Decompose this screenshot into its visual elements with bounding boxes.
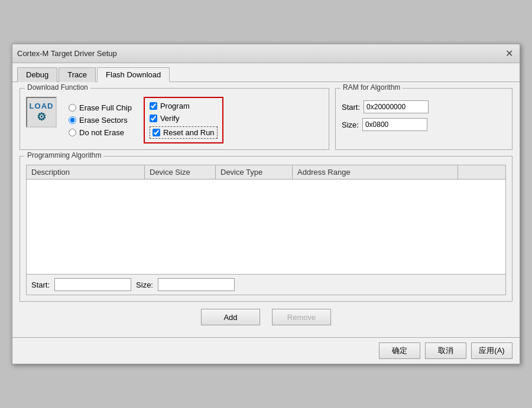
col-device-size: Device Size [145,165,216,179]
download-function-group: Download Function LOAD ⚙ Erase Full Chip [20,88,329,150]
start-input[interactable] [364,100,429,113]
ram-algorithm-label: RAM for Algorithm [340,83,403,92]
load-icon: LOAD ⚙ [26,97,57,128]
cancel-button[interactable]: 取消 [425,342,466,359]
df-inner: LOAD ⚙ Erase Full Chip Erase Sectors [26,97,323,143]
check-reset-run[interactable]: Reset and Run [150,126,218,139]
bottom-bar: 确定 取消 应用(A) [12,337,520,364]
action-buttons: Add Remove [20,309,512,325]
check-verify[interactable]: Verify [150,114,218,123]
size-input[interactable] [362,118,427,131]
col-extra [458,165,505,179]
ram-inner: Start: Size: [342,100,506,131]
programming-algorithm-group: Programming Algorithm Description Device… [20,156,512,302]
size-label: Size: [342,120,359,129]
gear-icon: ⚙ [37,110,46,123]
tab-flash-download[interactable]: Flash Download [97,67,170,82]
tab-bar: Debug Trace Flash Download [12,63,520,82]
col-description: Description [27,165,145,179]
col-device-type: Device Type [216,165,293,179]
apply-button[interactable]: 应用(A) [471,342,512,359]
footer-start-input[interactable] [54,278,131,291]
top-panels: Download Function LOAD ⚙ Erase Full Chip [20,88,512,150]
check-program[interactable]: Program [150,102,218,110]
ram-start-row: Start: [342,100,506,113]
radio-do-not-erase[interactable]: Do not Erase [69,128,132,137]
table-body [27,179,505,274]
tab-trace[interactable]: Trace [59,67,96,82]
ram-algorithm-group: RAM for Algorithm Start: Size: [335,88,512,150]
start-label: Start: [342,103,360,112]
action-checkboxes: Program Verify Reset and Run [144,97,223,143]
radio-erase-sectors[interactable]: Erase Sectors [69,116,132,125]
tab-debug[interactable]: Debug [17,67,57,82]
ok-button[interactable]: 确定 [379,342,420,359]
download-function-label: Download Function [25,83,90,92]
radio-erase-full-chip[interactable]: Erase Full Chip [69,103,132,112]
close-button[interactable]: ✕ [503,48,515,60]
table-header: Description Device Size Device Type Addr… [27,165,505,179]
remove-button[interactable]: Remove [272,309,331,325]
col-address-range: Address Range [293,165,458,179]
footer-size-label: Size: [136,280,153,289]
main-content: Download Function LOAD ⚙ Erase Full Chip [12,82,520,337]
footer-start-label: Start: [31,280,50,289]
programming-algorithm-label: Programming Algorithm [25,151,103,159]
main-window: Cortex-M Target Driver Setup ✕ Debug Tra… [12,44,520,364]
title-bar: Cortex-M Target Driver Setup ✕ [12,44,520,63]
table-footer: Start: Size: [27,274,505,295]
ram-size-row: Size: [342,118,506,131]
add-button[interactable]: Add [201,309,260,325]
footer-size-input[interactable] [158,278,235,291]
algorithm-table: Description Device Size Device Type Addr… [26,165,506,295]
window-title: Cortex-M Target Driver Setup [17,49,117,58]
load-text: LOAD [30,102,54,110]
erase-options: Erase Full Chip Erase Sectors Do not Era… [69,97,132,143]
